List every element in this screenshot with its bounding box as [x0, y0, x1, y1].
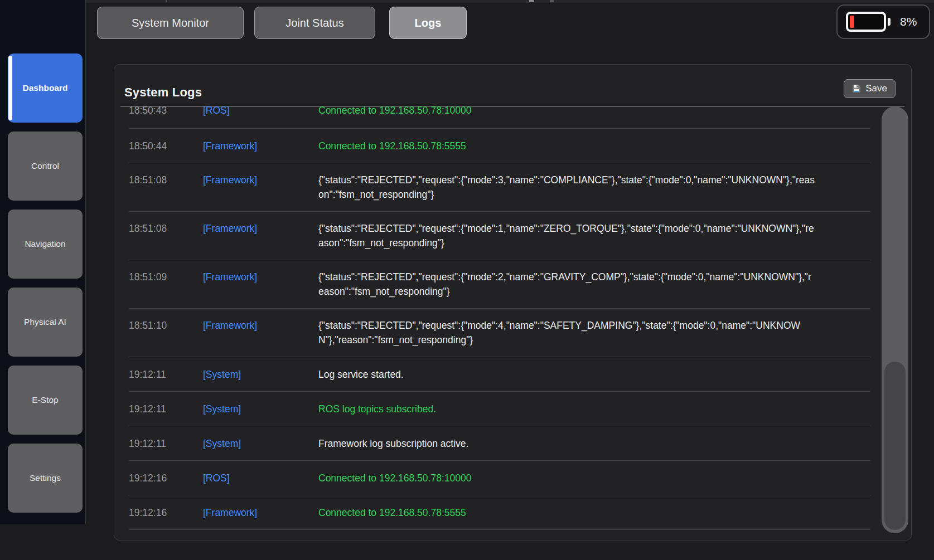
- save-button[interactable]: Save: [844, 79, 896, 98]
- log-source: [System]: [203, 367, 318, 382]
- log-row: 18:51:09 [Framework] {"status":"REJECTED…: [129, 260, 870, 309]
- battery-indicator: 8%: [836, 4, 930, 39]
- log-message: Log service started.: [318, 367, 816, 382]
- log-timestamp: 19:12:11: [129, 402, 203, 416]
- log-row: 18:50:43 [ROS] Connected to 192.168.50.7…: [129, 106, 870, 129]
- sidebar-item-label: Control: [31, 161, 59, 171]
- sidebar-item-control[interactable]: Control: [8, 132, 83, 201]
- log-timestamp: 18:51:09: [129, 270, 203, 284]
- battery-nub: [888, 18, 891, 26]
- log-scrollbar-thumb[interactable]: [884, 362, 906, 530]
- sidebar-item-label: Physical AI: [24, 317, 66, 327]
- panel-title: System Logs: [124, 85, 202, 100]
- log-source: [Framework]: [203, 270, 318, 284]
- log-message: {"status":"REJECTED","request":{"mode":1…: [318, 221, 816, 250]
- log-timestamp: 18:51:08: [129, 173, 203, 187]
- log-row: 18:50:44 [Framework] Connected to 192.16…: [129, 129, 870, 163]
- sidebar: Dashboard Control Navigation Physical AI…: [0, 0, 86, 524]
- menubar-fragment: [529, 0, 534, 2]
- log-scrollbar-track[interactable]: [882, 106, 908, 533]
- tab-system-monitor[interactable]: System Monitor: [97, 7, 244, 39]
- battery-fill: [850, 16, 854, 28]
- tab-joint-status[interactable]: Joint Status: [254, 7, 375, 39]
- sidebar-nav: Dashboard Control Navigation Physical AI…: [0, 0, 85, 513]
- log-source: [System]: [203, 436, 318, 451]
- log-timestamp: 18:50:43: [129, 106, 203, 118]
- log-message: {"status":"REJECTED","request":{"mode":4…: [318, 318, 816, 347]
- sidebar-item-label: E-Stop: [32, 395, 58, 405]
- tab-label: Logs: [415, 17, 442, 30]
- log-message: ROS log topics subscribed.: [318, 402, 816, 416]
- log-source: [Framework]: [203, 173, 318, 187]
- log-timestamp: 18:51:08: [129, 221, 203, 236]
- log-message: Connected to 192.168.50.78:5555: [318, 139, 816, 153]
- log-timestamp: 19:12:11: [129, 436, 203, 451]
- battery-body: [846, 12, 886, 32]
- log-source: [ROS]: [203, 106, 318, 118]
- log-row: 19:12:16 [ROS] Connected to 192.168.50.7…: [129, 461, 870, 495]
- log-timestamp: 19:12:16: [129, 505, 203, 520]
- sidebar-item-e-stop[interactable]: E-Stop: [8, 366, 83, 435]
- log-source: [Framework]: [203, 139, 318, 153]
- tab-logs[interactable]: Logs: [389, 7, 467, 39]
- clipped-menubar-strip: [86, 0, 934, 3]
- log-source: [Framework]: [203, 505, 318, 520]
- log-message: Framework log subscription active.: [318, 436, 816, 451]
- save-button-label: Save: [865, 83, 887, 94]
- sidebar-item-label: Dashboard: [23, 83, 68, 93]
- sidebar-item-label: Navigation: [25, 239, 65, 249]
- log-message: {"status":"REJECTED","request":{"mode":2…: [318, 270, 816, 299]
- sidebar-item-dashboard[interactable]: Dashboard: [8, 53, 83, 123]
- log-message: Connected to 192.168.50.78:10000: [318, 471, 816, 485]
- log-row: 18:51:10 [Framework] {"status":"REJECTED…: [129, 309, 870, 357]
- tab-label: Joint Status: [285, 17, 344, 30]
- log-row: 19:12:16 [Framework] Connected to 192.16…: [129, 495, 870, 530]
- log-timestamp: 18:51:10: [129, 318, 203, 333]
- log-row: 19:12:11 [System] Log service started.: [129, 357, 870, 392]
- log-message: {"status":"REJECTED","request":{"mode":3…: [318, 173, 816, 202]
- log-timestamp: 18:50:44: [129, 139, 203, 153]
- floppy-disk-icon: [852, 84, 861, 93]
- log-source: [ROS]: [203, 471, 318, 485]
- menubar-fragment: [550, 0, 554, 2]
- log-row: 19:12:11 [System] ROS log topics subscri…: [129, 392, 870, 426]
- log-source: [System]: [203, 402, 318, 416]
- log-timestamp: 19:12:16: [129, 471, 203, 485]
- sidebar-item-physical-ai[interactable]: Physical AI: [8, 288, 83, 357]
- log-message: Connected to 192.168.50.78:10000: [318, 106, 816, 118]
- sidebar-item-settings[interactable]: Settings: [8, 444, 83, 513]
- battery-low-icon: [846, 12, 891, 32]
- log-source: [Framework]: [203, 318, 318, 333]
- system-logs-panel: System Logs Save 18:50:43 [ROS] Connecte…: [114, 64, 912, 540]
- log-timestamp: 19:12:11: [129, 367, 203, 382]
- log-row: 18:51:08 [Framework] {"status":"REJECTED…: [129, 163, 870, 212]
- log-list[interactable]: 18:50:43 [ROS] Connected to 192.168.50.7…: [129, 106, 870, 531]
- log-source: [Framework]: [203, 221, 318, 236]
- log-row: 18:51:08 [Framework] {"status":"REJECTED…: [129, 212, 870, 260]
- tab-label: System Monitor: [132, 17, 209, 30]
- menubar-fragment: [166, 0, 167, 2]
- log-message: Connected to 192.168.50.78:5555: [318, 505, 816, 520]
- log-row: 19:12:11 [System] Framework log subscrip…: [129, 426, 870, 461]
- sidebar-item-label: Settings: [30, 473, 61, 483]
- sidebar-item-navigation[interactable]: Navigation: [8, 210, 83, 279]
- battery-percent: 8%: [900, 15, 917, 28]
